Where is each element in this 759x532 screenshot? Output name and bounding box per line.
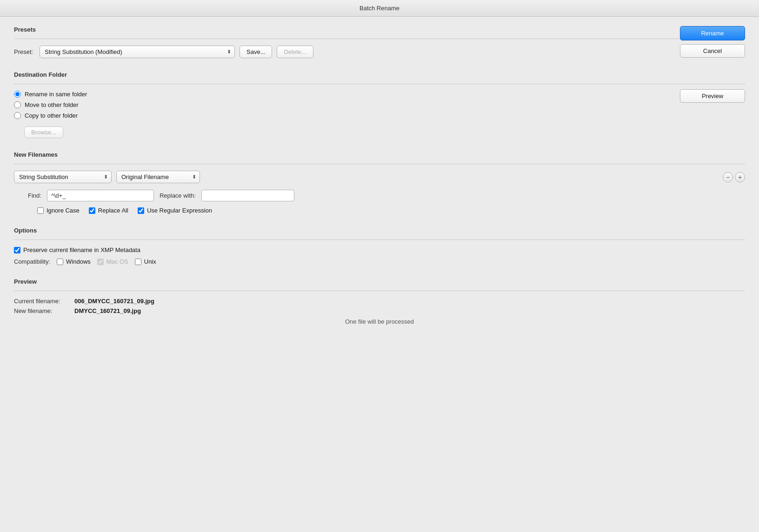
top-right-buttons: Rename Cancel Preview <box>680 26 745 103</box>
destination-radio-group: Rename in same folder Move to other fold… <box>14 91 745 119</box>
preserve-filename-row: Preserve current filename in XMP Metadat… <box>14 246 745 253</box>
preserve-filename-label: Preserve current filename in XMP Metadat… <box>23 246 140 253</box>
radio-move-input[interactable] <box>14 101 21 108</box>
destination-folder-title: Destination Folder <box>14 71 745 78</box>
unix-compat-item[interactable]: Unix <box>135 258 156 265</box>
radio-rename-label: Rename in same folder <box>25 91 87 98</box>
unix-label: Unix <box>144 258 156 265</box>
radio-move-label: Move to other folder <box>25 101 79 108</box>
find-replace-row: Find: Replace with: <box>28 190 745 201</box>
preview-section-title: Preview <box>14 278 745 285</box>
radio-copy-label: Copy to other folder <box>25 112 78 119</box>
macos-label: Mac OS <box>107 258 128 265</box>
minus-plus-group: − + <box>723 172 745 182</box>
rename-button[interactable]: Rename <box>680 26 745 40</box>
options-section: Options Preserve current filename in XMP… <box>14 227 745 265</box>
new-filename-row: New filename: DMYCC_160721_09.jpg <box>14 307 745 314</box>
preserve-filename-checkbox-item[interactable]: Preserve current filename in XMP Metadat… <box>14 246 140 253</box>
replace-input[interactable] <box>201 190 294 201</box>
macos-checkbox <box>97 259 104 265</box>
new-filenames-title: New Filenames <box>14 151 745 158</box>
method-select[interactable]: String Substitution <box>14 171 112 183</box>
radio-copy-input[interactable] <box>14 112 21 119</box>
new-filename-key: New filename: <box>14 307 70 314</box>
browse-button: Browse... <box>24 126 63 138</box>
source-select-wrapper[interactable]: Original Filename ⬍ <box>116 171 200 183</box>
new-filenames-controls-row: String Substitution ⬍ Original Filename … <box>14 171 745 183</box>
new-filename-value: DMYCC_160721_09.jpg <box>74 307 141 314</box>
new-filenames-section: New Filenames String Substitution ⬍ Orig… <box>14 151 745 214</box>
options-title: Options <box>14 227 745 234</box>
radio-rename-input[interactable] <box>14 91 21 98</box>
destination-folder-section: Destination Folder Rename in same folder… <box>14 71 745 138</box>
preset-select-wrapper[interactable]: String Substitution (Modified) ⬍ <box>40 46 235 58</box>
windows-compat-item[interactable]: Windows <box>57 258 91 265</box>
find-label: Find: <box>28 192 41 199</box>
preset-label: Preset: <box>14 48 35 55</box>
preview-button[interactable]: Preview <box>680 89 745 103</box>
preset-row: Preset: String Substitution (Modified) ⬍… <box>14 46 745 58</box>
preview-section: Preview Current filename: 006_DMYCC_1607… <box>14 278 745 325</box>
find-input[interactable] <box>47 190 154 201</box>
windows-label: Windows <box>66 258 91 265</box>
unix-checkbox[interactable] <box>135 259 141 265</box>
method-select-wrapper[interactable]: String Substitution ⬍ <box>14 171 112 183</box>
save-button[interactable]: Save... <box>240 46 272 58</box>
cancel-button[interactable]: Cancel <box>680 44 745 58</box>
replace-all-checkbox-item[interactable]: Replace All <box>89 207 128 214</box>
radio-rename-same-folder[interactable]: Rename in same folder <box>14 91 745 98</box>
compatibility-label: Compatibility: <box>14 258 50 265</box>
use-regex-checkbox-item[interactable]: Use Regular Expression <box>138 207 212 214</box>
replace-all-checkbox[interactable] <box>89 207 95 214</box>
remove-rule-button[interactable]: − <box>723 172 733 182</box>
current-filename-row: Current filename: 006_DMYCC_160721_09.jp… <box>14 298 745 305</box>
ignore-case-checkbox-item[interactable]: Ignore Case <box>37 207 80 214</box>
checkbox-options-row: Ignore Case Replace All Use Regular Expr… <box>37 207 745 214</box>
replace-label: Replace with: <box>160 192 196 199</box>
radio-copy-other-folder[interactable]: Copy to other folder <box>14 112 745 119</box>
windows-checkbox[interactable] <box>57 259 63 265</box>
presets-title: Presets <box>14 26 745 33</box>
current-filename-key: Current filename: <box>14 298 70 305</box>
source-select[interactable]: Original Filename <box>116 171 200 183</box>
presets-section: Presets Preset: String Substitution (Mod… <box>14 26 745 58</box>
ignore-case-label: Ignore Case <box>47 207 80 214</box>
ignore-case-checkbox[interactable] <box>37 207 44 214</box>
preset-select[interactable]: String Substitution (Modified) <box>40 46 235 58</box>
compatibility-row: Compatibility: Windows Mac OS Unix <box>14 258 745 265</box>
current-filename-value: 006_DMYCC_160721_09.jpg <box>74 298 154 305</box>
preview-note: One file will be processed <box>14 318 745 325</box>
use-regex-label: Use Regular Expression <box>147 207 212 214</box>
dialog-title: Batch Rename <box>360 5 399 12</box>
add-rule-button[interactable]: + <box>735 172 745 182</box>
macos-compat-item: Mac OS <box>97 258 128 265</box>
radio-move-other-folder[interactable]: Move to other folder <box>14 101 745 108</box>
preserve-filename-checkbox[interactable] <box>14 247 20 253</box>
delete-button: Delete... <box>277 46 313 58</box>
use-regex-checkbox[interactable] <box>138 207 144 214</box>
replace-all-label: Replace All <box>98 207 128 214</box>
